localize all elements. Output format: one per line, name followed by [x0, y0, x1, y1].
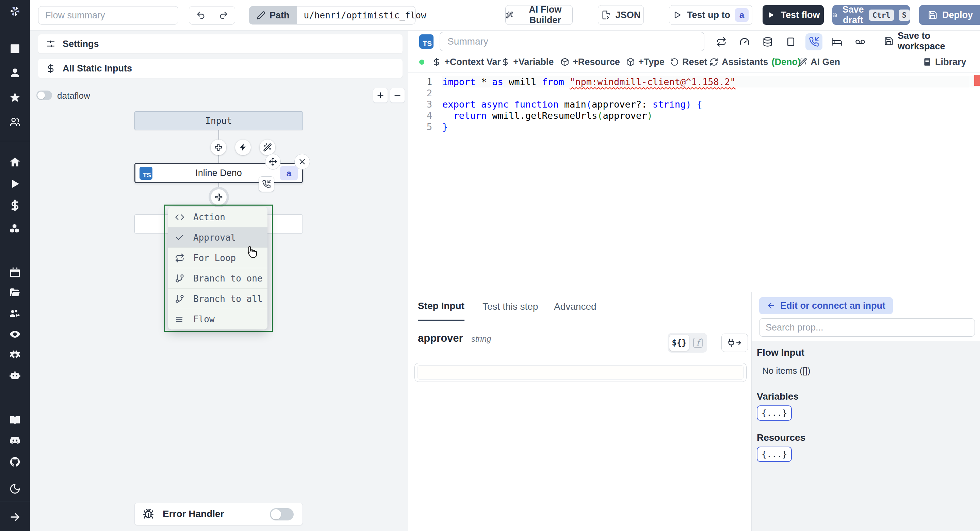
arrows-move-icon: [269, 157, 277, 166]
undo-button[interactable]: [189, 6, 212, 24]
menu-item-branch-to-one[interactable]: Branch to one: [168, 268, 267, 289]
ai-flow-builder-button[interactable]: AI Flow Builder: [505, 5, 573, 25]
connect-input-plug-button[interactable]: [721, 333, 748, 352]
ai-generate-step-button[interactable]: [259, 140, 275, 155]
deploy-button[interactable]: Deploy: [919, 5, 980, 25]
test-flow-button[interactable]: Test flow: [762, 5, 824, 25]
assistants-label: Assistants: [722, 57, 768, 67]
flow-summary-input[interactable]: [38, 6, 178, 24]
fn-mode-button[interactable]: f: [690, 335, 705, 351]
audit-eye-icon[interactable]: [8, 328, 21, 341]
library-button[interactable]: Library: [923, 52, 966, 72]
reset-button[interactable]: Reset: [670, 52, 708, 72]
trigger-bolt-button[interactable]: [235, 140, 251, 155]
save-draft-button[interactable]: Save draft CtrlS: [832, 5, 910, 25]
save-to-workspace-button[interactable]: Save to workspace: [884, 30, 980, 52]
fn-glyph: f: [693, 338, 703, 348]
users-admin-icon[interactable]: [8, 307, 21, 320]
docs-book-icon[interactable]: [8, 413, 21, 426]
add-context-var-button[interactable]: +Context Var: [432, 52, 501, 72]
insert-step-plus-button-2[interactable]: [211, 189, 227, 205]
github-icon[interactable]: [8, 455, 21, 468]
path-value[interactable]: u/henri/optimistic_flow: [297, 6, 415, 24]
path-edit-button[interactable]: Path: [249, 6, 297, 24]
windmill-logo-icon[interactable]: [8, 5, 21, 18]
all-static-inputs-button[interactable]: All Static Inputs: [38, 59, 402, 78]
editor-scrollbar[interactable]: [970, 73, 970, 292]
tab-advanced[interactable]: Advanced: [554, 292, 597, 321]
runs-play-icon[interactable]: [8, 177, 21, 190]
test-flow-label: Test flow: [781, 10, 820, 21]
input-node[interactable]: Input: [134, 111, 303, 130]
suspend-approval-icon-button[interactable]: [805, 33, 822, 50]
refresh-icon: [710, 57, 718, 66]
delete-node-button[interactable]: [294, 154, 310, 169]
tab-test-this-step[interactable]: Test this step: [482, 292, 538, 321]
edit-or-connect-button[interactable]: Edit or connect an input: [759, 297, 893, 314]
kbd-ctrl: Ctrl: [869, 10, 894, 21]
windmill-flow-builder: Path u/henri/optimistic_flow AI Flow Bui…: [0, 0, 980, 531]
step-bottom-panel: Step Input Test this step Advanced appro…: [408, 292, 980, 531]
cache-database-icon-button[interactable]: [759, 33, 776, 50]
redo-button[interactable]: [212, 6, 235, 24]
flow-settings-button[interactable]: Settings: [38, 34, 402, 53]
path-group: Path u/henri/optimistic_flow: [249, 6, 415, 24]
expr-mode-button[interactable]: ${}: [669, 335, 689, 351]
package-icon: [560, 57, 569, 66]
error-handler-node[interactable]: Error Handler: [134, 503, 303, 525]
test-up-to-step-badge: a: [735, 8, 749, 22]
json-button[interactable]: JSON: [598, 5, 644, 25]
suspend-step-badge[interactable]: [259, 176, 274, 192]
resources-boxes-icon[interactable]: [8, 222, 21, 235]
home-icon[interactable]: [8, 156, 21, 169]
sidebar: [0, 0, 30, 531]
early-stop-gauge-icon-button[interactable]: [736, 33, 753, 50]
assistants-button[interactable]: Assistants (Deno): [710, 52, 801, 72]
dataflow-toggle[interactable]: [37, 91, 52, 100]
ai-gen-label: AI Gen: [811, 57, 840, 67]
dark-mode-moon-icon[interactable]: [8, 482, 21, 495]
approver-value-input[interactable]: [414, 363, 746, 382]
search-prop-input[interactable]: [759, 318, 975, 336]
insert-step-menu: Action Approval For Loop Branch to one B…: [168, 207, 267, 330]
schedules-calendar-icon[interactable]: [8, 266, 21, 279]
error-handler-toggle[interactable]: [270, 508, 294, 520]
menu-item-action[interactable]: Action: [168, 207, 267, 227]
mock-square-icon-button[interactable]: [782, 33, 799, 50]
add-variable-button[interactable]: +Variable: [501, 52, 554, 72]
ai-gen-button[interactable]: AI Gen: [798, 52, 840, 72]
wand-sparkles-icon: [798, 57, 807, 66]
add-context-var-label: +Context Var: [444, 57, 501, 67]
early-return-voicemail-icon-button[interactable]: [852, 33, 869, 50]
add-resource-button[interactable]: +Resource: [560, 52, 620, 72]
resources-expand-badge[interactable]: {...}: [757, 446, 792, 462]
groups-icon[interactable]: [8, 115, 21, 128]
add-type-button[interactable]: +Type: [626, 52, 665, 72]
sleep-bed-icon-button[interactable]: [829, 33, 846, 50]
resources-heading: Resources: [757, 432, 975, 443]
workspace-building-icon[interactable]: [8, 42, 21, 55]
menu-item-flow[interactable]: Flow: [168, 309, 267, 330]
settings-gear-icon[interactable]: [8, 348, 21, 361]
library-label: Library: [935, 57, 966, 67]
variables-dollar-icon[interactable]: [8, 199, 21, 212]
favorites-star-icon[interactable]: [8, 91, 21, 104]
workers-robot-icon[interactable]: [8, 370, 21, 383]
menu-item-branch-to-all[interactable]: Branch to all: [168, 289, 267, 309]
expand-sidebar-arrow-icon[interactable]: [8, 510, 21, 523]
folders-icon[interactable]: [8, 286, 21, 299]
editor-action-row: +Context Var +Variable +Resource +Type R…: [408, 52, 980, 72]
insert-step-plus-button[interactable]: [211, 140, 226, 155]
step-summary-input[interactable]: [440, 32, 705, 51]
test-up-to-button[interactable]: Test up to a: [669, 5, 752, 25]
code-editor[interactable]: 12345 import * as wmill from "npm:windmi…: [408, 73, 980, 292]
menu-item-label: For Loop: [193, 253, 236, 263]
move-node-button[interactable]: [265, 154, 281, 169]
user-icon[interactable]: [8, 66, 21, 79]
zoom-out-button[interactable]: [390, 88, 405, 103]
tab-step-input[interactable]: Step Input: [418, 292, 465, 321]
retries-icon-button[interactable]: [713, 33, 730, 50]
discord-icon[interactable]: [8, 434, 21, 447]
variables-expand-badge[interactable]: {...}: [757, 405, 792, 421]
zoom-in-button[interactable]: [373, 88, 388, 103]
